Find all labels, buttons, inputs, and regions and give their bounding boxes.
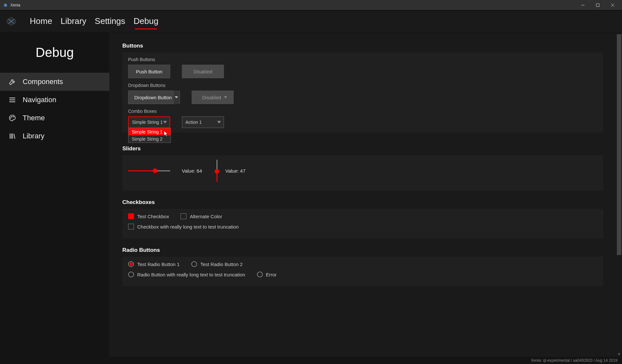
slider-thumb[interactable]	[153, 168, 157, 173]
sidebar-item-label: Library	[23, 132, 44, 140]
push-button[interactable]: Push Button	[128, 65, 170, 78]
panel-buttons: Push Buttons Push Button Disabled Dropdo…	[122, 52, 603, 133]
tab-library[interactable]: Library	[61, 14, 86, 28]
minimize-button[interactable]	[575, 0, 590, 10]
radio-circle-icon	[191, 261, 197, 267]
dropdown-button[interactable]: Dropdown Button	[128, 91, 180, 104]
tab-home[interactable]: Home	[30, 14, 52, 28]
svg-point-13	[10, 118, 11, 118]
maximize-button[interactable]	[590, 0, 605, 10]
svg-point-14	[11, 116, 12, 117]
svg-marker-20	[175, 96, 178, 98]
chevron-down-icon	[217, 121, 221, 123]
checkbox-label: Checkbox with really long text to test t…	[137, 224, 239, 230]
dropdown-disabled-label: Disabled	[202, 95, 221, 100]
combo-dropdown-list: Simple String 1 Simple String 2	[128, 128, 171, 143]
checkbox-test[interactable]: Test Checkbox	[128, 213, 169, 219]
label-dropdown-buttons: Dropdown Buttons	[128, 83, 597, 88]
sidebar-title: Debug	[0, 45, 109, 60]
combo-option-2[interactable]: Simple String 2	[128, 135, 171, 143]
svg-marker-21	[224, 96, 227, 98]
scroll-down-icon[interactable]: ▼	[616, 351, 622, 357]
tab-debug[interactable]: Debug	[134, 14, 159, 28]
wrench-icon	[8, 77, 17, 86]
combo-box-1[interactable]: Simple String 1	[128, 116, 170, 128]
panel-sliders: Value: 64 Value: 47	[122, 155, 603, 191]
radio-long-text[interactable]: Radio Button with really long text to te…	[128, 272, 245, 277]
checkbox-label: Test Checkbox	[137, 214, 169, 219]
sidebar-item-label: Navigation	[23, 96, 56, 104]
sidebar-item-navigation[interactable]: Navigation	[0, 91, 109, 109]
slider-v-label: Value: 47	[225, 168, 245, 174]
combo-selected-label: Simple String 1	[132, 120, 163, 125]
palette-icon	[8, 113, 17, 123]
push-button-disabled: Disabled	[182, 65, 224, 78]
chevron-down-icon	[163, 121, 167, 123]
checkbox-box-icon	[128, 213, 134, 219]
close-button[interactable]	[605, 0, 620, 10]
combo-selected-label: Action 1	[185, 120, 202, 125]
checkbox-long-text[interactable]: Checkbox with really long text to test t…	[128, 224, 239, 230]
section-title-buttons: Buttons	[122, 43, 603, 49]
label-combo-boxes: Combo Boxes	[128, 109, 597, 114]
chevron-down-icon	[173, 91, 180, 104]
scrollbar[interactable]: ▲ ▼	[616, 32, 622, 357]
radio-circle-icon	[257, 272, 263, 277]
sidebar-item-components[interactable]: Components	[0, 73, 109, 91]
radio-test-1[interactable]: Test Radio Button 1	[128, 261, 180, 267]
combo-option-1[interactable]: Simple String 1	[128, 128, 171, 135]
svg-line-19	[14, 134, 15, 139]
checkbox-alternate-color[interactable]: Alternate Color	[181, 213, 222, 219]
checkbox-box-icon	[181, 213, 186, 219]
books-icon	[8, 132, 17, 141]
svg-marker-22	[163, 121, 167, 123]
slider-horizontal[interactable]	[128, 167, 170, 174]
panel-radios: Test Radio Button 1 Test Radio Button 2 …	[122, 257, 603, 286]
radio-label: Test Radio Button 1	[137, 262, 180, 267]
window-title: Xenia	[10, 3, 20, 7]
content-area: Buttons Push Buttons Push Button Disable…	[109, 32, 622, 357]
app-icon	[3, 3, 8, 7]
radio-error[interactable]: Error	[257, 272, 277, 277]
label-push-buttons: Push Buttons	[128, 57, 597, 62]
section-title-checkboxes: Checkboxes	[122, 199, 603, 206]
radio-circle-icon	[128, 272, 134, 277]
logo-icon	[6, 16, 17, 27]
sidebar-item-library[interactable]: Library	[0, 127, 109, 145]
svg-marker-24	[217, 121, 221, 123]
radio-label: Radio Button with really long text to te…	[137, 272, 245, 277]
sidebar: Debug Components Navigation Theme Librar…	[0, 32, 109, 357]
radio-circle-icon	[128, 261, 134, 267]
dropdown-button-label: Dropdown Button	[134, 95, 172, 100]
radio-test-2[interactable]: Test Radio Button 2	[191, 261, 243, 267]
navbar: Home Library Settings Debug	[0, 10, 622, 32]
section-title-sliders: Sliders	[122, 145, 603, 152]
tab-settings[interactable]: Settings	[95, 14, 125, 28]
sidebar-item-label: Theme	[23, 114, 45, 122]
panel-checkboxes: Test Checkbox Alternate Color Checkbox w…	[122, 209, 603, 239]
menu-icon	[8, 95, 17, 104]
section-title-radios: Radio Buttons	[122, 247, 603, 253]
chevron-down-icon	[222, 91, 229, 104]
radio-label: Test Radio Button 2	[200, 262, 243, 267]
checkbox-box-icon	[128, 224, 134, 230]
titlebar: Xenia	[0, 0, 622, 10]
combo-box-2[interactable]: Action 1	[182, 116, 224, 128]
checkbox-label: Alternate Color	[190, 214, 222, 219]
sidebar-item-theme[interactable]: Theme	[0, 109, 109, 127]
svg-point-15	[13, 116, 14, 117]
slider-thumb[interactable]	[215, 169, 219, 174]
sidebar-item-label: Components	[23, 78, 63, 86]
dropdown-button-disabled: Disabled	[192, 91, 234, 104]
radio-label: Error	[266, 272, 277, 277]
status-text: Xenia: qt-experimental / aa0492920 / Aug…	[531, 358, 617, 363]
slider-h-label: Value: 64	[182, 168, 202, 174]
scroll-thumb[interactable]	[617, 34, 621, 255]
slider-vertical[interactable]	[214, 160, 220, 182]
svg-rect-4	[596, 4, 599, 6]
statusbar: Xenia: qt-experimental / aa0492920 / Aug…	[0, 357, 622, 364]
